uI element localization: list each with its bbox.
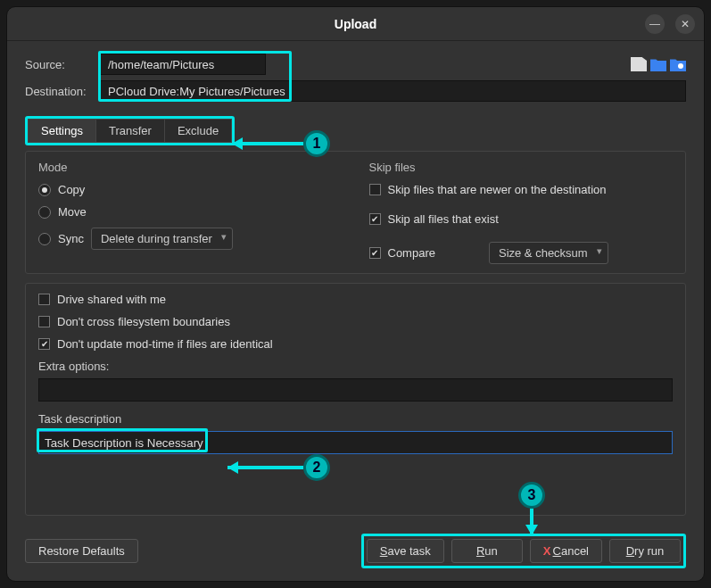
folder-home-icon[interactable]: [670, 57, 686, 71]
checkbox-icon: [38, 338, 50, 350]
mode-copy-row[interactable]: Copy: [38, 183, 343, 196]
tab-exclude[interactable]: Exclude: [165, 119, 232, 143]
titlebar: Upload — ✕: [7, 7, 704, 41]
source-input[interactable]: [100, 54, 266, 75]
checkbox-icon: [38, 316, 50, 327]
dry-run-button[interactable]: Dry run: [609, 539, 681, 563]
compare-select[interactable]: Size & checksum: [489, 242, 608, 264]
opt-modtime-label: Don't update mod-time if files are ident…: [57, 337, 273, 351]
cancel-x-icon: X: [543, 544, 551, 558]
mode-move-label: Move: [58, 205, 87, 219]
window-title: Upload: [335, 17, 376, 31]
opt-modtime-row[interactable]: Don't update mod-time if files are ident…: [38, 337, 673, 351]
checkbox-icon: [369, 213, 381, 225]
skip-exist-label: Skip all files that exist: [388, 212, 499, 226]
file-icon[interactable]: [631, 57, 647, 71]
extra-options-label: Extra options:: [38, 360, 673, 373]
opt-nocross-row[interactable]: Don't cross filesystem boundaries: [38, 315, 673, 328]
restore-defaults-button[interactable]: Restore Defaults: [25, 539, 138, 563]
radio-icon: [38, 233, 51, 245]
close-button[interactable]: ✕: [675, 14, 695, 34]
folder-open-icon[interactable]: [650, 57, 666, 71]
task-description-input[interactable]: [38, 431, 673, 454]
skip-newer-label: Skip files that are newer on the destina…: [388, 183, 607, 196]
cancel-button[interactable]: XCancel: [530, 539, 602, 563]
compare-label: Compare: [388, 246, 435, 260]
radio-icon: [38, 184, 51, 196]
opt-shared-label: Drive shared with me: [57, 293, 166, 306]
checkbox-icon: [369, 247, 381, 259]
mode-skip-panel: Mode Copy Move Sync Delete during transf…: [25, 151, 686, 274]
sync-mode-select[interactable]: Delete during transfer: [91, 228, 233, 250]
minimize-button[interactable]: —: [645, 14, 665, 34]
opt-nocross-label: Don't cross filesystem boundaries: [57, 315, 230, 328]
tab-transfer[interactable]: Transfer: [96, 119, 165, 143]
dialog-footer: Restore Defaults Save task Run XCancel D…: [7, 525, 704, 581]
save-task-button[interactable]: Save task: [367, 539, 444, 563]
task-description-label: Task description: [38, 412, 673, 426]
run-button[interactable]: Run: [451, 539, 523, 563]
tab-bar: Settings Transfer Exclude: [25, 116, 235, 145]
opt-shared-row[interactable]: Drive shared with me: [38, 293, 673, 306]
mode-move-row[interactable]: Move: [38, 205, 343, 219]
skip-exist-row[interactable]: Skip all files that exist: [369, 212, 674, 226]
extra-options-input[interactable]: [38, 378, 673, 402]
options-panel: Drive shared with me Don't cross filesys…: [25, 283, 686, 516]
upload-dialog: Upload — ✕ Source: Destination:: [6, 6, 705, 582]
destination-input[interactable]: [100, 80, 686, 102]
skip-newer-row[interactable]: Skip files that are newer on the destina…: [369, 183, 674, 196]
tab-settings[interactable]: Settings: [28, 119, 96, 143]
source-label: Source:: [25, 58, 95, 71]
checkbox-icon: [369, 184, 381, 195]
mode-sync-label: Sync: [58, 232, 84, 245]
compare-row[interactable]: Compare: [369, 246, 435, 260]
mode-title: Mode: [38, 161, 343, 174]
destination-label: Destination:: [25, 85, 95, 98]
mode-sync-row[interactable]: Sync Delete during transfer: [38, 228, 343, 250]
skip-title: Skip files: [369, 161, 674, 174]
action-buttons-highlight: Save task Run XCancel Dry run: [361, 534, 686, 568]
radio-icon: [38, 206, 51, 219]
mode-copy-label: Copy: [58, 183, 85, 196]
checkbox-icon: [38, 294, 50, 305]
